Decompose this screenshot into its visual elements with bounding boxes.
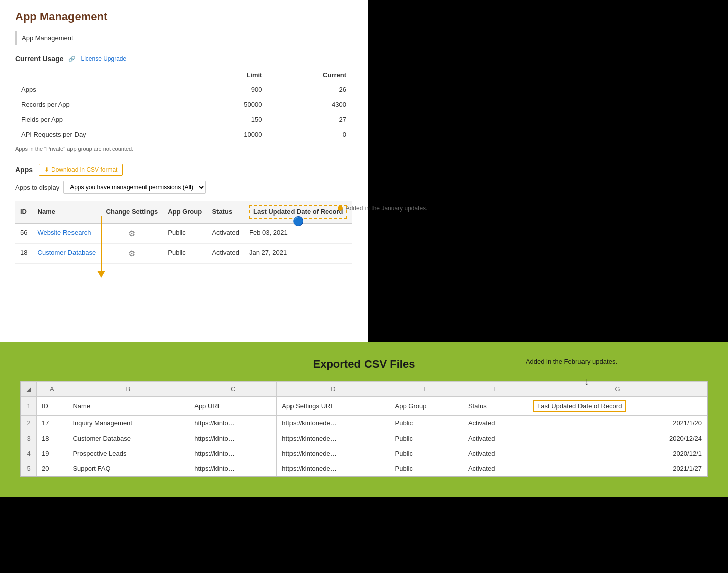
usage-row-label: Fields per App [15, 112, 196, 127]
apps-section: Apps ⬇ Download in CSV format Apps to di… [15, 164, 352, 264]
csv-col-d: D [277, 382, 390, 397]
bottom-section: Exported CSV Files Added in the February… [0, 342, 728, 497]
csv-data-row-2: 2 17 Inquiry Management https://kinto… h… [21, 416, 707, 431]
app-change-settings: ⚙ [101, 244, 163, 264]
usage-row-label: Apps [15, 82, 196, 97]
csv-col-c: C [189, 382, 277, 397]
csv-col-a: A [37, 382, 67, 397]
apps-table: ID Name Change Settings App Group Status… [15, 201, 352, 264]
usage-col-label [15, 68, 196, 82]
last-updated-col-header-box: Last Updated Date of Record [533, 400, 626, 412]
license-upgrade-link[interactable]: License Upgrade [81, 55, 126, 62]
csv-header-id: ID [37, 397, 67, 416]
gear-icon[interactable]: ⚙ [128, 229, 135, 238]
apps-col-name: Name [33, 201, 101, 223]
csv-header-name: Name [67, 397, 189, 416]
usage-row-limit: 50000 [196, 97, 268, 112]
app-group: Public [163, 223, 207, 244]
csv-data-row-4: 4 19 Prospective Leads https://kinto… ht… [21, 446, 707, 461]
usage-row-current: 26 [268, 82, 352, 97]
feb-arrow-down: ↓ [584, 376, 589, 387]
csv-row-num-1: 1 [21, 397, 37, 416]
csv-table: ◢ A B C D E F G 1 ID Name App URL App Se… [21, 381, 707, 476]
apps-col-app-group: App Group [163, 201, 207, 223]
app-change-settings: ⚙ [101, 223, 163, 244]
csv-corner-cell: ◢ [21, 382, 37, 397]
apps-to-display-label: Apps to display [15, 184, 59, 191]
usage-row-label: Records per App [15, 97, 196, 112]
external-link-icon: 🔗 [68, 56, 76, 62]
csv-table-wrapper: ◢ A B C D E F G 1 ID Name App URL App Se… [20, 381, 708, 477]
current-usage-title: Current Usage [15, 55, 63, 63]
usage-row: Apps 900 26 [15, 82, 352, 97]
csv-header-appurl: App URL [189, 397, 277, 416]
usage-row-current: 4300 [268, 97, 352, 112]
download-icon: ⬇ [44, 166, 49, 173]
apps-col-id: ID [15, 201, 33, 223]
usage-table: Limit Current Apps 900 26 Records per Ap… [15, 68, 352, 142]
apps-col-change-settings: Change Settings [101, 201, 163, 223]
csv-header-lastupdated: Last Updated Date of Record [528, 397, 707, 416]
usage-row: API Requests per Day 10000 0 [15, 127, 352, 142]
usage-row-label: API Requests per Day [15, 127, 196, 142]
csv-header-status: Status [463, 397, 528, 416]
csv-header-row: 1 ID Name App URL App Settings URL App G… [21, 397, 707, 416]
feb-annotation: Added in the February updates. [526, 357, 617, 365]
csv-col-e: E [390, 382, 463, 397]
current-usage-section: Current Usage 🔗 License Upgrade Limit Cu… [15, 55, 352, 152]
app-last-updated: Jan 27, 2021 [244, 244, 352, 264]
app-name: Customer Database [33, 244, 101, 264]
csv-col-f: F [463, 382, 528, 397]
usage-row-limit: 900 [196, 82, 268, 97]
usage-row-current: 0 [268, 127, 352, 142]
app-status: Activated [207, 223, 244, 244]
apps-display-select[interactable]: Apps you have management permissions (Al… [63, 181, 206, 194]
usage-row-limit: 10000 [196, 127, 268, 142]
app-id: 56 [15, 223, 33, 244]
csv-header-appgroup: App Group [390, 397, 463, 416]
last-updated-header-box: Last Updated Date of Record 🔵 [249, 205, 347, 219]
csv-data-row-3: 3 18 Customer Database https://kinto… ht… [21, 431, 707, 446]
usage-row: Fields per App 150 27 [15, 112, 352, 127]
breadcrumb: App Management [15, 31, 352, 45]
csv-header-appsettingsurl: App Settings URL [277, 397, 390, 416]
right-black-area [368, 0, 728, 342]
app-name: Website Research [33, 223, 101, 244]
usage-col-limit: Limit [196, 68, 268, 82]
usage-row: Records per App 50000 4300 [15, 97, 352, 112]
app-status: Activated [207, 244, 244, 264]
csv-download-button[interactable]: ⬇ Download in CSV format [39, 164, 123, 176]
gear-icon[interactable]: ⚙ [128, 249, 135, 258]
csv-data-row-5: 5 20 Support FAQ https://kinto… https://… [21, 461, 707, 476]
app-group: Public [163, 244, 207, 264]
apps-col-status: Status [207, 201, 244, 223]
csv-col-g: G [528, 382, 707, 397]
usage-note: Apps in the "Private" app group are not … [15, 146, 352, 152]
apps-table-row: 18 Customer Database ⚙ Public Activated … [15, 244, 352, 264]
orange-arrow-head [97, 271, 105, 278]
info-icon: 🔵 [293, 216, 304, 227]
annotation-dot [338, 206, 343, 211]
apps-to-display-row: Apps to display Apps you have management… [15, 181, 352, 194]
usage-row-current: 27 [268, 112, 352, 127]
usage-row-limit: 150 [196, 112, 268, 127]
orange-arrow-line [101, 216, 102, 271]
usage-col-current: Current [268, 68, 352, 82]
apps-section-label: Apps [15, 166, 33, 174]
apps-col-last-updated: Last Updated Date of Record 🔵 Added in t… [244, 201, 352, 223]
annotation-text: Added in the January updates. [346, 205, 428, 212]
csv-col-b: B [67, 382, 189, 397]
page-title: App Management [15, 10, 352, 23]
app-id: 18 [15, 244, 33, 264]
